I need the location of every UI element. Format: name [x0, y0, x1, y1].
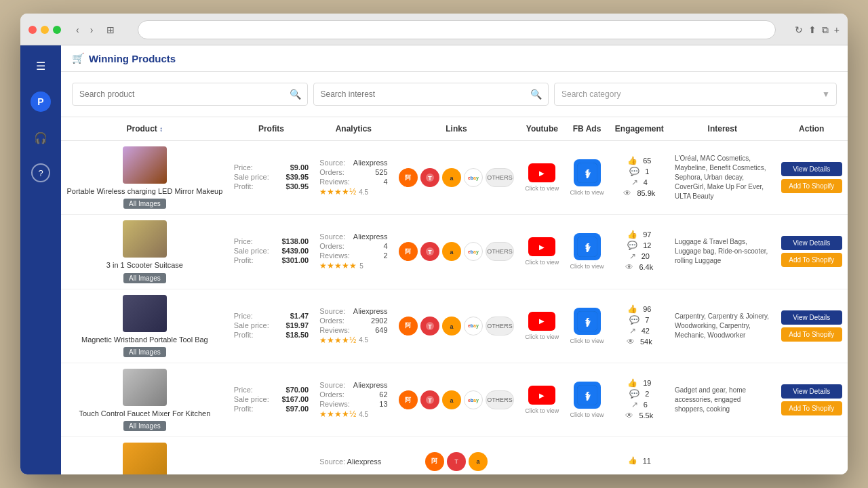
fbads-cell: f Click to view	[564, 289, 609, 363]
view-details-button[interactable]: View Details	[781, 384, 842, 399]
aliexpress-link[interactable]: 阿	[425, 452, 444, 471]
all-images-button[interactable]: All Images	[123, 273, 166, 283]
aliexpress-link[interactable]: 阿	[399, 390, 418, 409]
sidebar-headset-icon[interactable]: 🎧	[28, 125, 53, 150]
ebay-link[interactable]: ebay	[464, 390, 483, 409]
engagement-cell: 👍 19 💬 2 ↗ 6 👁 5.5k	[610, 363, 669, 436]
facebook-button[interactable]: f	[574, 233, 601, 260]
fbads-cell: f Click to view	[564, 141, 609, 215]
youtube-button[interactable]: ▶	[528, 163, 555, 182]
tmall-link[interactable]: T	[420, 390, 439, 409]
category-arrow-icon: ▼	[822, 89, 830, 99]
share-button[interactable]: ⬆	[808, 24, 816, 36]
all-images-button[interactable]: All Images	[123, 347, 166, 357]
interest-search-wrap: 🔍	[313, 83, 549, 106]
action-cell: View Details Add To Shopify	[776, 141, 848, 215]
interest-cell: Luggage & Travel Bags, Luggage bag, Ride…	[669, 215, 776, 289]
product-search-input[interactable]	[72, 83, 308, 106]
like-icon: 👍	[627, 156, 637, 165]
rating-value: 5	[359, 262, 363, 270]
tmall-link[interactable]: T	[420, 168, 439, 187]
youtube-button[interactable]: ▶	[528, 237, 555, 256]
profits-cell: Price: $9.00 Sale price: $39.95 Profit: …	[229, 141, 314, 215]
others-link[interactable]: OTHERS	[486, 317, 514, 336]
product-cell: Touch Control Faucet Mixer For Kitchen A…	[61, 363, 229, 436]
col-action: Action	[776, 117, 848, 141]
view-details-button[interactable]: View Details	[781, 162, 842, 176]
amazon-link[interactable]: a	[442, 168, 461, 187]
forward-button[interactable]: ›	[86, 23, 98, 37]
amazon-link[interactable]: a	[442, 317, 461, 336]
add-to-shopify-button[interactable]: Add To Shopify	[781, 401, 842, 415]
profits-cell: Price: $1.47 Sale price: $19.97 Profit: …	[229, 289, 314, 363]
tmall-link[interactable]: T	[420, 317, 439, 336]
source-value: Aliexpress	[353, 381, 388, 389]
amazon-link[interactable]: a	[469, 452, 488, 471]
maximize-button[interactable]	[53, 26, 61, 34]
others-link[interactable]: OTHERS	[486, 168, 514, 187]
table-header-row: Product ↕ Profits Analytics Links Youtub…	[61, 117, 848, 141]
col-product: Product ↕	[61, 117, 229, 141]
orders-value: 4	[383, 242, 387, 250]
engagement-content: 👍 97 💬 12 ↗ 20 👁 6.4k	[615, 230, 664, 272]
price-label: Price:	[234, 386, 253, 394]
youtube-button[interactable]: ▶	[528, 312, 555, 331]
svg-text:T: T	[428, 323, 432, 330]
sidebar-menu-icon[interactable]: ☰	[28, 54, 53, 78]
add-to-shopify-button[interactable]: Add To Shopify	[781, 179, 842, 193]
all-images-button[interactable]: All Images	[123, 199, 166, 209]
view-details-button[interactable]: View Details	[781, 236, 842, 250]
back-button[interactable]: ‹	[72, 23, 83, 37]
duplicate-button[interactable]: ⧉	[822, 24, 829, 36]
address-bar[interactable]	[138, 20, 775, 39]
refresh-button[interactable]: ↻	[795, 24, 803, 36]
amazon-link[interactable]: a	[442, 242, 461, 261]
others-link[interactable]: OTHERS	[486, 242, 514, 261]
others-link[interactable]: OTHERS	[486, 390, 514, 409]
analytics-cell: Source: Aliexpress	[314, 437, 393, 474]
tmall-link[interactable]: T	[420, 242, 439, 261]
sort-icon[interactable]: ↕	[159, 125, 163, 133]
engagement-content: 👍 96 💬 7 ↗ 42 👁 54k	[615, 304, 664, 346]
view-details-button[interactable]: View Details	[781, 310, 842, 325]
new-tab-button[interactable]: +	[834, 24, 840, 36]
sale-price-label: Sale price:	[234, 247, 269, 255]
youtube-cell-content: ▶ Click to view	[525, 163, 559, 192]
minimize-button[interactable]	[41, 26, 49, 34]
fbads-cell: f Click to view	[564, 215, 609, 289]
comment-icon: 💬	[629, 389, 639, 399]
table-row: Magnetic Wristband Portable Tool Bag All…	[61, 289, 848, 363]
facebook-button[interactable]: f	[574, 159, 601, 186]
ebay-link[interactable]: ebay	[464, 168, 483, 187]
facebook-button[interactable]: f	[574, 382, 601, 409]
youtube-cell-content: ▶ Click to view	[525, 237, 559, 266]
comment-icon: 💬	[629, 167, 639, 176]
interest-search-input[interactable]	[313, 83, 549, 106]
aliexpress-link[interactable]: 阿	[399, 242, 418, 261]
sidebar-profile-icon[interactable]: P	[31, 92, 51, 112]
youtube-button[interactable]: ▶	[528, 386, 555, 405]
interest-cell: Carpentry, Carpentry & Joinery, Woodwork…	[669, 289, 776, 363]
share-icon: ↗	[629, 251, 636, 261]
table-row: Source: Aliexpress 阿 T a 👍 11	[61, 437, 848, 474]
category-select[interactable]: Search category	[554, 83, 837, 106]
aliexpress-link[interactable]: 阿	[399, 317, 418, 336]
add-to-shopify-button[interactable]: Add To Shopify	[781, 253, 842, 267]
all-images-button[interactable]: All Images	[123, 421, 166, 431]
amazon-link[interactable]: a	[442, 390, 461, 409]
tmall-link[interactable]: T	[447, 452, 466, 471]
view-count: 54k	[640, 338, 652, 346]
ebay-link[interactable]: ebay	[464, 317, 483, 336]
sidebar-help-icon[interactable]: ?	[31, 163, 50, 182]
like-count: 97	[643, 230, 651, 239]
facebook-button[interactable]: f	[574, 308, 601, 335]
sale-price-value: $39.95	[286, 173, 309, 181]
add-to-shopify-button[interactable]: Add To Shopify	[781, 327, 842, 342]
app-title: 🛒 Winning Products	[72, 52, 176, 64]
aliexpress-link[interactable]: 阿	[399, 168, 418, 187]
tab-view-button[interactable]: ⊞	[102, 23, 119, 37]
category-wrap: Search category ▼	[554, 83, 837, 106]
youtube-cell	[519, 437, 564, 474]
close-button[interactable]	[28, 26, 37, 34]
ebay-link[interactable]: ebay	[464, 242, 483, 261]
